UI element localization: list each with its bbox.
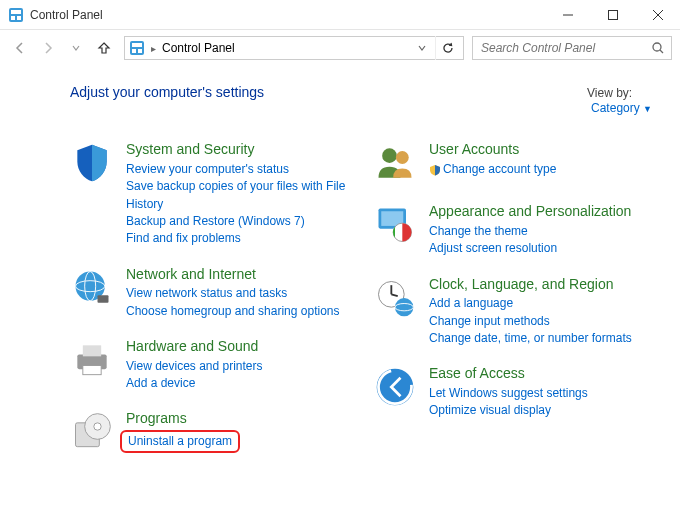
people-icon	[373, 141, 417, 185]
category-title[interactable]: Network and Internet	[126, 266, 339, 284]
control-panel-icon	[8, 7, 24, 23]
monitor-paint-icon	[373, 203, 417, 247]
category-title[interactable]: Hardware and Sound	[126, 338, 263, 356]
link-homegroup[interactable]: Choose homegroup and sharing options	[126, 303, 339, 320]
link-date-time-formats[interactable]: Change date, time, or number formats	[429, 330, 632, 347]
link-add-device[interactable]: Add a device	[126, 375, 195, 392]
svg-point-12	[653, 43, 661, 51]
category-ease-of-access: Ease of Access Let Windows suggest setti…	[373, 365, 652, 419]
content-header: Adjust your computer's settings View by:…	[70, 84, 652, 117]
svg-point-34	[377, 369, 414, 406]
svg-rect-20	[83, 366, 101, 375]
forward-button[interactable]	[36, 36, 60, 60]
category-system-security: System and Security Review your computer…	[70, 141, 349, 247]
svg-rect-1	[11, 10, 21, 14]
category-appearance: Appearance and Personalization Change th…	[373, 203, 652, 257]
nav-bar: ▸ Control Panel	[0, 30, 680, 66]
category-title[interactable]: Ease of Access	[429, 365, 588, 383]
window-title: Control Panel	[30, 8, 545, 22]
search-input[interactable]	[479, 40, 651, 56]
back-button[interactable]	[8, 36, 32, 60]
svg-point-24	[382, 149, 397, 164]
svg-point-25	[396, 151, 409, 164]
search-icon[interactable]	[651, 41, 665, 55]
svg-rect-2	[11, 16, 15, 20]
up-button[interactable]	[92, 36, 116, 60]
category-title[interactable]: Appearance and Personalization	[429, 203, 631, 221]
link-change-theme[interactable]: Change the theme	[429, 223, 528, 240]
category-title[interactable]: System and Security	[126, 141, 349, 159]
content-area: Adjust your computer's settings View by:…	[0, 66, 680, 482]
link-uninstall-program[interactable]: Uninstall a program	[120, 430, 240, 453]
page-heading: Adjust your computer's settings	[70, 84, 264, 100]
address-dropdown-icon[interactable]	[415, 43, 429, 53]
svg-rect-17	[98, 295, 109, 302]
link-input-methods[interactable]: Change input methods	[429, 313, 550, 330]
right-column: User Accounts Change account type Appear…	[373, 141, 652, 472]
svg-point-32	[395, 298, 413, 316]
uac-shield-icon	[429, 164, 441, 176]
maximize-button[interactable]	[590, 0, 635, 29]
link-add-language[interactable]: Add a language	[429, 295, 513, 312]
left-column: System and Security Review your computer…	[70, 141, 349, 472]
address-bar-icon	[129, 40, 145, 56]
printer-icon	[70, 338, 114, 382]
close-button[interactable]	[635, 0, 680, 29]
link-review-status[interactable]: Review your computer's status	[126, 161, 289, 178]
category-hardware: Hardware and Sound View devices and prin…	[70, 338, 349, 392]
minimize-button[interactable]	[545, 0, 590, 29]
svg-line-13	[660, 50, 663, 53]
category-programs: Programs Uninstall a program	[70, 410, 349, 454]
category-clock-language: Clock, Language, and Region Add a langua…	[373, 276, 652, 348]
recent-dropdown-icon[interactable]	[64, 36, 88, 60]
chevron-right-icon: ▸	[151, 43, 156, 54]
window-controls	[545, 0, 680, 29]
view-by-label: View by:	[587, 86, 632, 100]
address-bar[interactable]: ▸ Control Panel	[124, 36, 464, 60]
svg-rect-10	[132, 49, 136, 53]
shield-icon	[70, 141, 114, 185]
link-suggest-settings[interactable]: Let Windows suggest settings	[429, 385, 588, 402]
ease-of-access-icon	[373, 365, 417, 409]
link-network-status[interactable]: View network status and tasks	[126, 285, 287, 302]
svg-rect-5	[608, 10, 617, 19]
svg-rect-11	[138, 49, 142, 53]
link-optimize-display[interactable]: Optimize visual display	[429, 402, 551, 419]
refresh-button[interactable]	[435, 36, 459, 60]
chevron-down-icon: ▼	[643, 104, 652, 114]
category-user-accounts: User Accounts Change account type	[373, 141, 652, 185]
address-path: Control Panel	[162, 41, 409, 55]
category-network: Network and Internet View network status…	[70, 266, 349, 320]
link-backup-restore[interactable]: Backup and Restore (Windows 7)	[126, 213, 305, 230]
link-find-fix[interactable]: Find and fix problems	[126, 230, 241, 247]
view-by-dropdown[interactable]: Category ▼	[591, 100, 652, 117]
svg-rect-19	[83, 345, 101, 356]
search-box[interactable]	[472, 36, 672, 60]
title-bar: Control Panel	[0, 0, 680, 30]
clock-globe-icon	[373, 276, 417, 320]
view-by: View by: Category ▼	[587, 86, 652, 117]
link-screen-resolution[interactable]: Adjust screen resolution	[429, 240, 557, 257]
disc-box-icon	[70, 410, 114, 454]
category-title[interactable]: Programs	[126, 410, 240, 428]
link-devices-printers[interactable]: View devices and printers	[126, 358, 263, 375]
svg-rect-9	[132, 43, 142, 47]
globe-network-icon	[70, 266, 114, 310]
svg-rect-3	[17, 16, 21, 20]
link-file-history[interactable]: Save backup copies of your files with Fi…	[126, 178, 349, 213]
link-change-account[interactable]: Change account type	[429, 161, 556, 178]
svg-point-23	[94, 423, 101, 430]
category-title[interactable]: User Accounts	[429, 141, 556, 159]
category-title[interactable]: Clock, Language, and Region	[429, 276, 632, 294]
